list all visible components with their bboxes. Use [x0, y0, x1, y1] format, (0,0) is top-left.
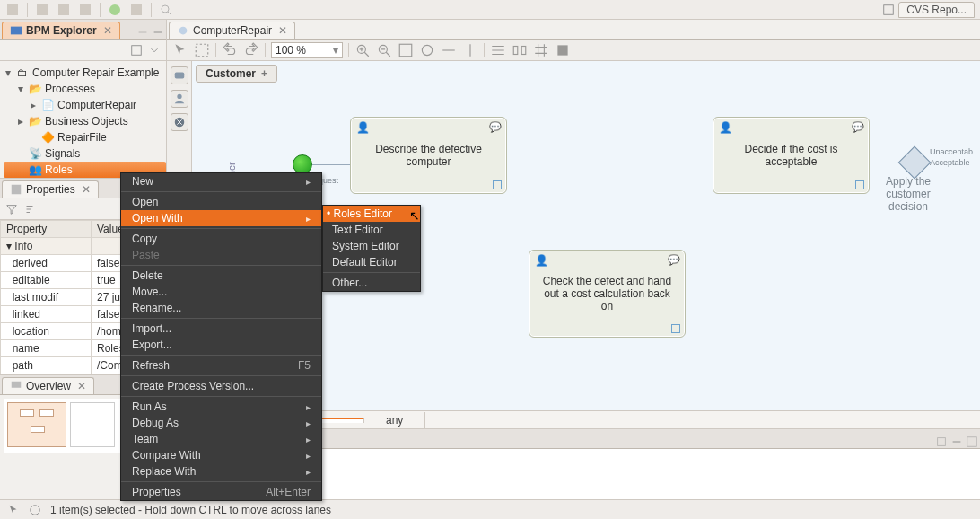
ctx-replace-with[interactable]: Replace With▸ [121, 463, 321, 479]
ctx-properties[interactable]: PropertiesAlt+Enter [121, 484, 321, 500]
tree-label: Business Objects [45, 115, 128, 128]
svg-rect-11 [132, 45, 142, 55]
ctx-separator [121, 375, 321, 376]
mode-icon[interactable] [935, 435, 948, 448]
filter-icon[interactable] [5, 203, 18, 216]
cursor-icon: ↖ [409, 208, 420, 223]
sort-icon[interactable] [23, 203, 36, 216]
distribute-icon[interactable] [512, 42, 528, 58]
annotation-icon: 💬 [852, 121, 864, 133]
ctx-sub-text-editor[interactable]: Text Editor [323, 222, 420, 238]
add-lane-icon[interactable]: + [261, 67, 267, 80]
close-icon[interactable]: ✕ [103, 24, 112, 37]
palette-task-icon[interactable] [171, 66, 188, 84]
col-property[interactable]: Property [1, 221, 92, 238]
bpm-explorer-tab[interactable]: BPM Explorer ✕ [2, 22, 120, 39]
snap-icon[interactable] [555, 42, 571, 58]
editor-tab-computerrepair[interactable]: ComputerRepair ✕ [169, 22, 295, 39]
svg-point-4 [109, 4, 120, 15]
tree-process-item[interactable]: ▸📄ComputerRepair [4, 97, 166, 113]
folder-icon: 📂 [29, 115, 41, 128]
ctx-run-as[interactable]: Run As▸ [121, 399, 321, 415]
prop-name: name [1, 340, 92, 357]
marquee-icon[interactable] [194, 42, 210, 58]
ctx-import-[interactable]: Import... [121, 321, 321, 337]
minimize-icon[interactable] [950, 435, 963, 448]
svg-rect-17 [196, 44, 208, 57]
tree-project[interactable]: ▾🗀Computer Repair Example [4, 65, 166, 81]
ctx-debug-as[interactable]: Debug As▸ [121, 415, 321, 431]
ctx-compare-with[interactable]: Compare With▸ [121, 447, 321, 463]
pointer-icon[interactable] [172, 42, 188, 58]
lane-header[interactable]: Customer+ [196, 65, 277, 83]
run-icon[interactable] [108, 3, 122, 17]
tree-business-objects[interactable]: ▸📂Business Objects [4, 113, 166, 129]
start-event[interactable] [293, 154, 312, 174]
grid-icon[interactable] [533, 42, 549, 58]
gateway-diamond[interactable] [898, 146, 932, 180]
zoom-height-icon[interactable] [462, 42, 478, 58]
zoom-width-icon[interactable] [441, 42, 457, 58]
perspective-icon[interactable] [882, 4, 895, 16]
process-icon: 📄 [41, 99, 54, 111]
save-icon[interactable] [35, 3, 49, 17]
generic-icon[interactable] [5, 3, 20, 17]
ctx-open-with[interactable]: Open With▸ [121, 210, 321, 226]
overview-tab[interactable]: Overview ✕ [2, 377, 94, 394]
ctx-sub-roles-editor[interactable]: • Roles Editor [323, 206, 420, 222]
task-check[interactable]: 👤 💬 Check the defect and hand out a cost… [529, 250, 686, 338]
svg-rect-32 [953, 441, 961, 443]
ctx-delete[interactable]: Delete [121, 268, 321, 284]
zoom-combo[interactable]: 100 %▾ [271, 42, 343, 58]
close-icon[interactable]: ✕ [77, 380, 86, 392]
maximize-icon[interactable] [966, 435, 978, 448]
close-icon[interactable]: ✕ [278, 24, 287, 37]
search-icon[interactable] [159, 3, 173, 17]
ctx-sub-default-editor[interactable]: Default Editor [323, 254, 420, 270]
task-describe[interactable]: 👤 💬 Describe the defective computer [350, 117, 507, 194]
ctx-sub-system-editor[interactable]: System Editor [323, 238, 420, 254]
svg-rect-24 [557, 45, 567, 55]
user-task-icon: 👤 [719, 121, 732, 134]
ctx-open[interactable]: Open [121, 194, 321, 210]
roles-icon: 👥 [29, 163, 41, 176]
cut-icon[interactable] [57, 3, 71, 17]
collapse-icon[interactable] [130, 44, 143, 57]
zoom-fit-icon[interactable] [398, 42, 414, 58]
ctx-rename-[interactable]: Rename... [121, 300, 321, 316]
zoom-in-icon[interactable] [354, 42, 371, 58]
sequence-flow[interactable] [312, 164, 350, 165]
zoom-out-icon[interactable] [376, 42, 392, 58]
close-icon[interactable]: ✕ [82, 183, 91, 196]
ctx-export-[interactable]: Export... [121, 337, 321, 353]
copy-icon[interactable] [78, 3, 92, 17]
folder-icon: 📂 [29, 83, 41, 95]
prop-name: location [1, 323, 92, 340]
task-decide[interactable]: 👤 💬 Decide if the cost is acceptable [713, 117, 870, 194]
ctx-create-process-version-[interactable]: Create Process Version... [121, 378, 321, 394]
tree-signals[interactable]: 📡Signals [4, 145, 166, 162]
ctx-separator [121, 265, 321, 266]
editor-bottom-tab-other[interactable]: any [364, 412, 425, 428]
align-icon[interactable] [490, 42, 506, 58]
minimize-icon[interactable] [152, 26, 164, 39]
menu-icon[interactable] [148, 44, 161, 57]
tree-processes[interactable]: ▾📂Processes [4, 81, 166, 97]
palette-user-icon[interactable] [171, 90, 188, 108]
undo-icon[interactable] [222, 42, 238, 58]
ctx-copy[interactable]: Copy [121, 231, 321, 247]
ctx-new[interactable]: New▸ [121, 173, 321, 189]
perspective-tab-cvs[interactable]: CVS Repo... [898, 2, 975, 18]
debug-icon[interactable] [129, 3, 144, 17]
ctx-sub-other-[interactable]: Other... [323, 275, 420, 291]
ctx-team[interactable]: Team▸ [121, 431, 321, 447]
palette-close-icon[interactable] [171, 113, 188, 131]
properties-tab[interactable]: Properties ✕ [2, 180, 99, 198]
project-tree[interactable]: ▾🗀Computer Repair Example ▾📂Processes ▸📄… [0, 61, 166, 178]
ctx-refresh[interactable]: RefreshF5 [121, 357, 321, 374]
redo-icon[interactable] [243, 42, 259, 58]
tree-bo-item[interactable]: 🔶RepairFile [4, 129, 166, 145]
zoom-100-icon[interactable] [419, 42, 435, 58]
link-icon[interactable] [136, 26, 149, 39]
ctx-move-[interactable]: Move... [121, 284, 321, 300]
